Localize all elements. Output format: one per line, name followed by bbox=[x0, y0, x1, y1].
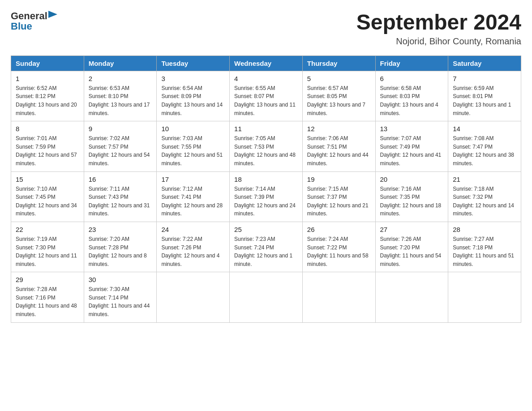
day-number: 26 bbox=[307, 226, 371, 233]
col-thursday: Thursday bbox=[302, 56, 375, 71]
day-info: Sunrise: 7:22 AMSunset: 7:26 PMDaylight:… bbox=[161, 236, 219, 267]
day-number: 8 bbox=[16, 125, 79, 133]
day-number: 3 bbox=[161, 75, 225, 82]
day-number: 13 bbox=[380, 125, 444, 133]
table-row: 28 Sunrise: 7:27 AMSunset: 7:18 PMDaylig… bbox=[448, 222, 521, 272]
day-info: Sunrise: 6:53 AMSunset: 8:10 PMDaylight:… bbox=[89, 85, 150, 116]
day-number: 24 bbox=[161, 226, 225, 233]
calendar-title: September 2024 bbox=[356, 11, 521, 34]
day-number: 17 bbox=[161, 176, 225, 183]
day-number: 14 bbox=[453, 125, 516, 133]
calendar-subtitle: Nojorid, Bihor County, Romania bbox=[356, 36, 521, 47]
calendar-week-row: 15 Sunrise: 7:10 AMSunset: 7:45 PMDaylig… bbox=[11, 171, 521, 222]
col-saturday: Saturday bbox=[448, 56, 521, 71]
calendar-week-row: 29 Sunrise: 7:28 AMSunset: 7:16 PMDaylig… bbox=[11, 272, 521, 322]
table-row: 17 Sunrise: 7:12 AMSunset: 7:41 PMDaylig… bbox=[157, 171, 230, 222]
day-number: 11 bbox=[234, 125, 298, 133]
table-row: 7 Sunrise: 6:59 AMSunset: 8:01 PMDayligh… bbox=[448, 71, 521, 121]
day-info: Sunrise: 7:12 AMSunset: 7:41 PMDaylight:… bbox=[161, 186, 223, 217]
table-row: 2 Sunrise: 6:53 AMSunset: 8:10 PMDayligh… bbox=[84, 71, 157, 121]
day-number: 2 bbox=[89, 75, 152, 82]
day-info: Sunrise: 6:54 AMSunset: 8:09 PMDaylight:… bbox=[161, 85, 223, 116]
day-info: Sunrise: 7:27 AMSunset: 7:18 PMDaylight:… bbox=[453, 236, 514, 267]
day-number: 7 bbox=[453, 75, 516, 82]
day-info: Sunrise: 6:58 AMSunset: 8:03 PMDaylight:… bbox=[380, 85, 438, 116]
calendar-week-row: 8 Sunrise: 7:01 AMSunset: 7:59 PMDayligh… bbox=[11, 121, 521, 171]
day-info: Sunrise: 7:06 AMSunset: 7:51 PMDaylight:… bbox=[307, 135, 369, 167]
day-number: 23 bbox=[89, 226, 152, 233]
day-info: Sunrise: 7:02 AMSunset: 7:57 PMDaylight:… bbox=[89, 135, 150, 167]
table-row: 26 Sunrise: 7:24 AMSunset: 7:22 PMDaylig… bbox=[302, 222, 375, 272]
day-number: 18 bbox=[234, 176, 298, 183]
table-row: 22 Sunrise: 7:19 AMSunset: 7:30 PMDaylig… bbox=[11, 222, 84, 272]
day-number: 10 bbox=[161, 125, 225, 133]
table-row: 6 Sunrise: 6:58 AMSunset: 8:03 PMDayligh… bbox=[375, 71, 448, 121]
day-info: Sunrise: 7:24 AMSunset: 7:22 PMDaylight:… bbox=[307, 236, 369, 267]
table-row: 5 Sunrise: 6:57 AMSunset: 8:05 PMDayligh… bbox=[302, 71, 375, 121]
day-number: 27 bbox=[380, 226, 444, 233]
calendar-table: Sunday Monday Tuesday Wednesday Thursday… bbox=[11, 56, 521, 323]
logo: General Blue bbox=[11, 11, 57, 31]
table-row bbox=[375, 272, 448, 322]
table-row: 23 Sunrise: 7:20 AMSunset: 7:28 PMDaylig… bbox=[84, 222, 157, 272]
day-number: 15 bbox=[16, 176, 79, 183]
day-info: Sunrise: 7:19 AMSunset: 7:30 PMDaylight:… bbox=[16, 236, 77, 267]
table-row: 1 Sunrise: 6:52 AMSunset: 8:12 PMDayligh… bbox=[11, 71, 84, 121]
table-row: 4 Sunrise: 6:55 AMSunset: 8:07 PMDayligh… bbox=[230, 71, 303, 121]
logo-blue-text: Blue bbox=[11, 21, 57, 31]
day-info: Sunrise: 6:57 AMSunset: 8:05 PMDaylight:… bbox=[307, 85, 365, 116]
table-row bbox=[448, 272, 521, 322]
col-sunday: Sunday bbox=[11, 56, 84, 71]
table-row: 8 Sunrise: 7:01 AMSunset: 7:59 PMDayligh… bbox=[11, 121, 84, 171]
logo-flag-icon bbox=[48, 11, 57, 21]
col-wednesday: Wednesday bbox=[230, 56, 303, 71]
table-row: 10 Sunrise: 7:03 AMSunset: 7:55 PMDaylig… bbox=[157, 121, 230, 171]
day-number: 1 bbox=[16, 75, 79, 82]
day-info: Sunrise: 7:28 AMSunset: 7:16 PMDaylight:… bbox=[16, 286, 77, 317]
table-row: 12 Sunrise: 7:06 AMSunset: 7:51 PMDaylig… bbox=[302, 121, 375, 171]
day-number: 22 bbox=[16, 226, 79, 233]
table-row: 27 Sunrise: 7:26 AMSunset: 7:20 PMDaylig… bbox=[375, 222, 448, 272]
table-row: 18 Sunrise: 7:14 AMSunset: 7:39 PMDaylig… bbox=[230, 171, 303, 222]
table-row: 3 Sunrise: 6:54 AMSunset: 8:09 PMDayligh… bbox=[157, 71, 230, 121]
day-info: Sunrise: 7:03 AMSunset: 7:55 PMDaylight:… bbox=[161, 135, 223, 167]
day-info: Sunrise: 6:59 AMSunset: 8:01 PMDaylight:… bbox=[453, 85, 511, 116]
table-row: 15 Sunrise: 7:10 AMSunset: 7:45 PMDaylig… bbox=[11, 171, 84, 222]
table-row bbox=[302, 272, 375, 322]
day-info: Sunrise: 7:11 AMSunset: 7:43 PMDaylight:… bbox=[89, 186, 150, 217]
day-number: 25 bbox=[234, 226, 298, 233]
day-info: Sunrise: 7:26 AMSunset: 7:20 PMDaylight:… bbox=[380, 236, 442, 267]
day-number: 12 bbox=[307, 125, 371, 133]
day-number: 19 bbox=[307, 176, 371, 183]
day-number: 29 bbox=[16, 276, 79, 283]
table-row: 30 Sunrise: 7:30 AMSunset: 7:14 PMDaylig… bbox=[84, 272, 157, 322]
day-info: Sunrise: 7:05 AMSunset: 7:53 PMDaylight:… bbox=[234, 135, 296, 167]
table-row bbox=[157, 272, 230, 322]
page-header: General Blue September 2024 Nojorid, Bih… bbox=[11, 11, 521, 47]
day-info: Sunrise: 7:15 AMSunset: 7:37 PMDaylight:… bbox=[307, 186, 369, 217]
table-row: 13 Sunrise: 7:07 AMSunset: 7:49 PMDaylig… bbox=[375, 121, 448, 171]
table-row: 11 Sunrise: 7:05 AMSunset: 7:53 PMDaylig… bbox=[230, 121, 303, 171]
day-number: 4 bbox=[234, 75, 298, 82]
calendar-week-row: 22 Sunrise: 7:19 AMSunset: 7:30 PMDaylig… bbox=[11, 222, 521, 272]
day-info: Sunrise: 6:52 AMSunset: 8:12 PMDaylight:… bbox=[16, 85, 77, 116]
day-number: 16 bbox=[89, 176, 152, 183]
table-row: 9 Sunrise: 7:02 AMSunset: 7:57 PMDayligh… bbox=[84, 121, 157, 171]
table-row: 14 Sunrise: 7:08 AMSunset: 7:47 PMDaylig… bbox=[448, 121, 521, 171]
calendar-header-row: Sunday Monday Tuesday Wednesday Thursday… bbox=[11, 56, 521, 71]
day-info: Sunrise: 7:18 AMSunset: 7:32 PMDaylight:… bbox=[453, 186, 514, 217]
day-info: Sunrise: 7:16 AMSunset: 7:35 PMDaylight:… bbox=[380, 186, 442, 217]
title-block: September 2024 Nojorid, Bihor County, Ro… bbox=[356, 11, 521, 47]
day-info: Sunrise: 7:23 AMSunset: 7:24 PMDaylight:… bbox=[234, 236, 292, 267]
day-number: 30 bbox=[89, 276, 152, 283]
day-number: 6 bbox=[380, 75, 444, 82]
logo-general-text: General bbox=[11, 11, 47, 21]
day-info: Sunrise: 7:08 AMSunset: 7:47 PMDaylight:… bbox=[453, 135, 514, 167]
day-info: Sunrise: 7:30 AMSunset: 7:14 PMDaylight:… bbox=[89, 286, 150, 317]
day-info: Sunrise: 7:07 AMSunset: 7:49 PMDaylight:… bbox=[380, 135, 442, 167]
day-info: Sunrise: 7:01 AMSunset: 7:59 PMDaylight:… bbox=[16, 135, 77, 167]
table-row: 21 Sunrise: 7:18 AMSunset: 7:32 PMDaylig… bbox=[448, 171, 521, 222]
day-number: 20 bbox=[380, 176, 444, 183]
col-friday: Friday bbox=[375, 56, 448, 71]
table-row: 24 Sunrise: 7:22 AMSunset: 7:26 PMDaylig… bbox=[157, 222, 230, 272]
